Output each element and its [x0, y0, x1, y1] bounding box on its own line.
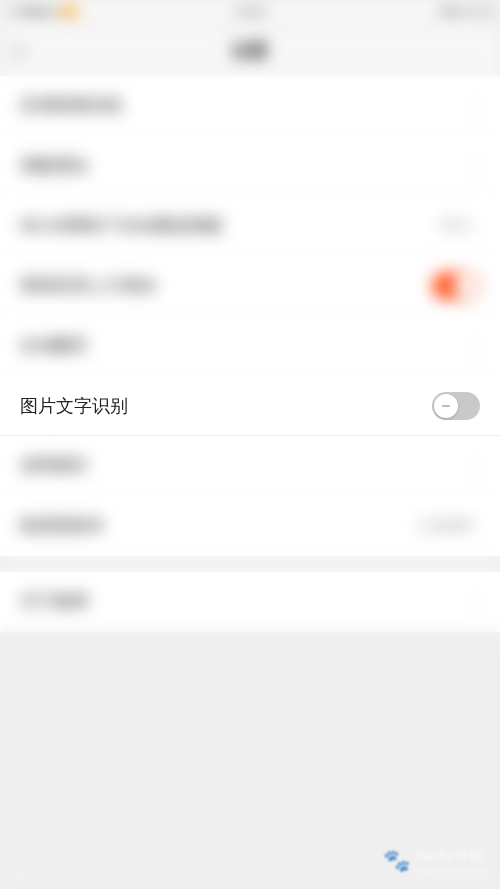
carrier-text: 中国移动	[10, 5, 58, 22]
row-label: 应用联网控制	[20, 94, 122, 117]
chevron-right-icon: ›	[474, 155, 480, 176]
paw-icon	[383, 848, 409, 874]
nav-bar: ‹ 设置	[0, 26, 500, 76]
section-gap	[0, 556, 500, 572]
watermark: Baidu 经验 jingyan.baidu.com	[383, 847, 488, 875]
toggle-contacts[interactable]	[432, 272, 480, 300]
row-value: 开启	[440, 217, 468, 235]
row-value: 已是最新	[418, 517, 474, 535]
row-label: 关于微博	[20, 590, 88, 613]
row-mute-notifications[interactable]: 屏蔽通知 ›	[0, 136, 500, 196]
row-label: 获取联系人方便@	[20, 274, 156, 297]
row-label: 屏蔽通知	[20, 154, 88, 177]
row-check-update[interactable]: 检查新版本 已是最新	[0, 496, 500, 556]
battery-pct: 60%	[440, 6, 464, 20]
battery-icon	[468, 8, 490, 18]
toggle-image-ocr[interactable]	[432, 392, 480, 420]
page-title: 设置	[232, 39, 268, 63]
clock: 14:25	[235, 6, 265, 20]
wifi-icon: 📶	[62, 6, 77, 20]
watermark-brand: Baidu 经验	[415, 847, 483, 863]
watermark-url: jingyan.baidu.com	[415, 865, 488, 875]
status-bar: 中国移动 📶 14:25 60%	[0, 0, 500, 26]
row-image-ocr[interactable]: 图片文字识别	[0, 376, 500, 436]
back-button[interactable]: ‹	[14, 35, 23, 66]
row-label: WLAN网络下自动播放视频	[20, 214, 222, 237]
row-label: 图片文字识别	[20, 394, 128, 418]
row-label: 自动翻页	[20, 334, 88, 357]
chevron-right-icon: ›	[474, 591, 480, 612]
row-label: 清理缓存	[20, 454, 88, 477]
row-label: 检查新版本	[20, 514, 105, 537]
chevron-right-icon: ›	[474, 455, 480, 476]
row-about[interactable]: 关于微博 ›	[0, 572, 500, 632]
row-network-control[interactable]: 应用联网控制 ›	[0, 76, 500, 136]
row-contacts-at[interactable]: 获取联系人方便@	[0, 256, 500, 316]
chevron-right-icon: ›	[474, 335, 480, 356]
row-auto-play-wifi[interactable]: WLAN网络下自动播放视频 开启›	[0, 196, 500, 256]
row-auto-page[interactable]: 自动翻页 ›	[0, 316, 500, 376]
row-clear-cache[interactable]: 清理缓存 ›	[0, 436, 500, 496]
chevron-right-icon: ›	[474, 215, 480, 236]
chevron-right-icon: ›	[474, 95, 480, 116]
